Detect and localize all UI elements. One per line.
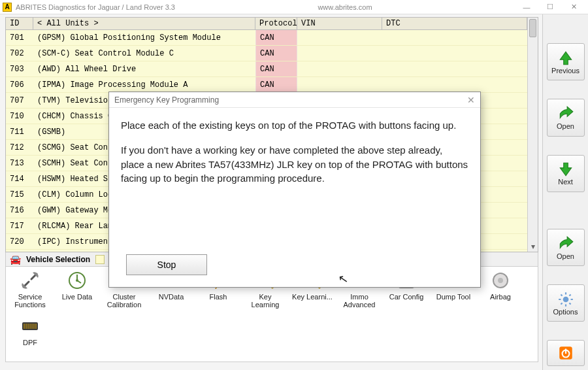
col-vin[interactable]: VIN: [297, 18, 382, 29]
scroll-thumb[interactable]: [529, 19, 536, 37]
tool-label: Service Functions: [10, 293, 50, 309]
tool-label: Dump Tool: [436, 293, 470, 301]
cell-dtc: [382, 37, 527, 39]
vertical-scrollbar[interactable]: ▴ ▾: [527, 18, 538, 252]
previous-label: Previous: [551, 67, 580, 75]
cell-dtc: [382, 52, 527, 55]
cell-id: 717: [6, 220, 33, 232]
cell-dtc: [382, 68, 527, 71]
cell-dtc: [382, 84, 527, 86]
col-id[interactable]: ID: [6, 18, 33, 29]
tool-label: DPF: [23, 339, 37, 346]
cell-id: 706: [6, 79, 33, 91]
tool-label: Live Data: [62, 293, 92, 301]
table-header: ID < All Units > Protocol VIN DTC: [6, 18, 527, 30]
exit-button[interactable]: [547, 340, 585, 366]
tool-dpf[interactable]: DPF: [10, 315, 50, 346]
open-button-1[interactable]: Open: [547, 99, 585, 136]
cell-id: 707: [6, 95, 33, 107]
table-row[interactable]: 701(GPSM) Global Positioning System Modu…: [6, 30, 527, 46]
cell-id: 713: [6, 158, 33, 169]
emergency-key-dialog: Emergency Key Programming ✕ Place each o…: [108, 92, 481, 288]
col-dtc[interactable]: DTC: [382, 18, 527, 29]
arrow-up-icon: [557, 50, 574, 67]
dialog-titlebar[interactable]: Emergency Key Programming ✕: [109, 92, 480, 108]
col-protocol[interactable]: Protocol: [255, 18, 297, 29]
cell-id: 716: [6, 205, 33, 216]
tool-airbag[interactable]: Airbag: [480, 269, 521, 309]
cell-id: 720: [6, 236, 33, 248]
vehicle-selection-label: Vehicle Selection: [26, 255, 90, 264]
cell-id: 715: [6, 189, 33, 201]
previous-button[interactable]: Previous: [547, 43, 585, 80]
open-arrow-icon-2: [557, 235, 574, 252]
cell-vin: [297, 68, 382, 71]
gear-icon: [557, 291, 574, 308]
cell-id: 703: [6, 63, 33, 75]
right-nav-panel: Previous Open Next Open Options: [542, 14, 588, 370]
tool-live-data[interactable]: Live Data: [57, 269, 97, 309]
cell-id: 712: [6, 142, 33, 154]
dialog-body: Place each of the existing keys on top o…: [109, 108, 480, 254]
arrow-down-icon: [557, 161, 574, 178]
stop-button[interactable]: Stop: [126, 254, 207, 275]
cell-protocol: CAN: [255, 77, 297, 92]
tool-label: Immo Advanced: [339, 293, 380, 309]
svg-point-1: [76, 279, 78, 282]
cell-vin: [297, 84, 382, 86]
tool-label: NVData: [159, 293, 184, 301]
cell-id: 714: [6, 173, 33, 185]
tool-label: Airbag: [490, 293, 511, 301]
cell-protocol: CAN: [255, 30, 297, 45]
cell-id: 701: [6, 32, 33, 44]
table-row[interactable]: 702(SCM-C) Seat Control Module CCAN: [6, 46, 527, 61]
window-title: ABRITES Diagnostics for Jaguar / Land Ro…: [16, 3, 175, 11]
next-label: Next: [558, 178, 573, 186]
airbag-icon: [489, 269, 512, 292]
cell-id: 710: [6, 110, 33, 122]
cell-unit: (IPMA) Image Processing Module A: [33, 79, 255, 91]
maximize-button[interactable]: ☐: [538, 1, 562, 14]
dialog-text-2: If you don't have a working key or have …: [121, 143, 468, 186]
cell-id: 711: [6, 126, 33, 138]
dpf-icon: [19, 315, 41, 337]
open-button-2[interactable]: Open: [547, 229, 585, 266]
app-icon: A: [3, 3, 12, 12]
cell-id: 702: [6, 48, 33, 59]
svg-point-15: [498, 278, 503, 283]
tool-label: Key Learning: [245, 293, 286, 309]
dialog-close-icon[interactable]: ✕: [467, 95, 475, 105]
tool-label: Cluster Calibration: [104, 293, 144, 309]
cell-protocol: CAN: [255, 61, 297, 76]
window-url: www.abrites.com: [175, 3, 515, 11]
cell-protocol: CAN: [255, 46, 297, 61]
svg-point-24: [563, 296, 568, 302]
table-row[interactable]: 703(AWD) All Wheel DriveCAN: [6, 61, 527, 77]
tool-label: Car Config: [389, 293, 424, 301]
tool-label: Flash: [210, 293, 227, 301]
options-button[interactable]: Options: [547, 284, 585, 322]
col-unit[interactable]: < All Units >: [33, 18, 255, 29]
close-button[interactable]: ✕: [562, 1, 585, 14]
cell-unit: (SCM-C) Seat Control Module C: [33, 48, 255, 59]
scroll-down-icon[interactable]: ▾: [528, 241, 538, 252]
car-icon: 🚘: [10, 254, 21, 265]
open-arrow-icon: [557, 105, 574, 122]
power-icon: [557, 345, 574, 362]
open-label-2: Open: [557, 252, 574, 260]
minimize-button[interactable]: —: [515, 1, 538, 14]
note-icon: [95, 255, 105, 264]
open-label-1: Open: [557, 122, 574, 130]
cell-vin: [297, 37, 382, 39]
dialog-title: Emergency Key Programming: [114, 95, 219, 105]
live-data-icon: [66, 269, 88, 292]
window-titlebar: A ABRITES Diagnostics for Jaguar / Land …: [0, 0, 588, 14]
cell-unit: (GPSM) Global Positioning System Module: [33, 32, 255, 44]
dialog-text-1: Place each of the existing keys on top o…: [121, 118, 468, 133]
table-row[interactable]: 706(IPMA) Image Processing Module ACAN: [6, 77, 527, 93]
next-button[interactable]: Next: [547, 155, 585, 192]
tool-label: Key Learni...: [292, 293, 333, 301]
tool-service-functions[interactable]: Service Functions: [10, 269, 50, 309]
cell-vin: [297, 52, 382, 55]
cell-unit: (AWD) All Wheel Drive: [33, 63, 255, 75]
